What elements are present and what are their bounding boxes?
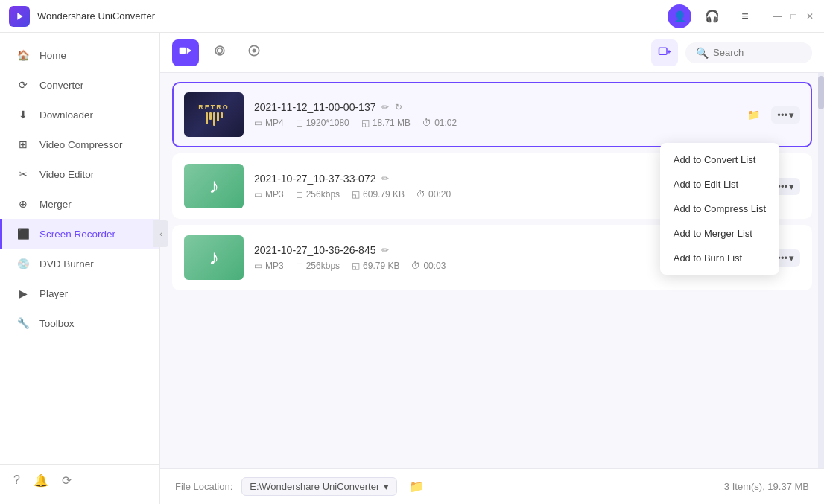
file-type: ▭ MP4 bbox=[254, 118, 284, 128]
dvd-icon: 💿 bbox=[16, 256, 31, 271]
support-button[interactable]: 🎧 bbox=[700, 4, 724, 28]
footer: File Location: E:\Wondershare UniConvert… bbox=[160, 468, 824, 504]
sidebar-item-screen-recorder[interactable]: ⬛ Screen Recorder ‹ bbox=[0, 219, 159, 249]
sidebar-item-label: Downloader bbox=[39, 109, 93, 121]
sidebar-item-label: Home bbox=[39, 50, 66, 61]
svg-rect-0 bbox=[180, 48, 186, 54]
file-type: ▭ MP3 bbox=[254, 261, 284, 271]
file-info: 2021-11-12_11-00-00-137 ✏ ↻ ▭ MP4 ◻ 1920… bbox=[254, 101, 741, 128]
search-box[interactable]: 🔍 bbox=[685, 42, 812, 63]
svg-point-5 bbox=[253, 49, 256, 53]
file-duration: ⏱ 01:02 bbox=[422, 118, 457, 128]
chevron-down-icon: ▾ bbox=[789, 181, 794, 192]
speaker-icon bbox=[247, 43, 262, 62]
sidebar-item-dvd-burner[interactable]: 💿 DVD Burner bbox=[0, 249, 159, 278]
add-to-burn-list[interactable]: Add to Burn List bbox=[660, 246, 779, 270]
file-path-text: E:\Wondershare UniConverter bbox=[250, 481, 379, 492]
sidebar-item-home[interactable]: 🏠 Home bbox=[0, 40, 159, 70]
maximize-button[interactable]: □ bbox=[788, 11, 799, 22]
add-files-button[interactable] bbox=[651, 39, 678, 66]
video-preview: RETRO bbox=[184, 92, 244, 137]
edit-name-icon[interactable]: ✏ bbox=[381, 173, 389, 184]
svg-rect-6 bbox=[659, 48, 668, 54]
record-icon bbox=[178, 43, 193, 62]
sidebar-item-label: DVD Burner bbox=[39, 258, 94, 269]
resolution-icon: ◻ bbox=[296, 118, 303, 128]
type-icon: ▭ bbox=[254, 118, 262, 128]
file-name: 2021-11-12_11-00-00-137 ✏ ↻ bbox=[254, 101, 741, 113]
file-size: ◱ 69.79 KB bbox=[352, 261, 399, 271]
sidebar-item-label: Converter bbox=[39, 80, 83, 91]
add-to-convert-list[interactable]: Add to Convert List bbox=[660, 147, 779, 172]
svg-point-2 bbox=[218, 48, 223, 54]
duration-icon: ⏱ bbox=[411, 261, 420, 271]
sidebar-item-toolbox[interactable]: 🔧 Toolbox bbox=[0, 308, 159, 338]
sidebar-item-video-editor[interactable]: ✂ Video Editor bbox=[0, 159, 159, 189]
sidebar-item-player[interactable]: ▶ Player bbox=[0, 278, 159, 308]
size-icon: ◱ bbox=[352, 261, 360, 271]
sidebar-item-converter[interactable]: ⟳ Converter bbox=[0, 70, 159, 100]
titlebar: Wondershare UniConverter 👤 🎧 ≡ — □ ✕ bbox=[0, 0, 824, 33]
search-icon: 🔍 bbox=[696, 47, 709, 59]
file-resolution: ◻ 256kbps bbox=[296, 189, 340, 200]
edit-name-icon[interactable]: ✏ bbox=[381, 102, 389, 112]
resolution-icon: ◻ bbox=[296, 189, 303, 200]
add-to-merger-list[interactable]: Add to Merger List bbox=[660, 221, 779, 246]
tab-camera[interactable] bbox=[206, 39, 233, 66]
sidebar-item-label: Merger bbox=[39, 199, 72, 210]
feedback-button[interactable]: ⟳ bbox=[62, 473, 72, 488]
scrollbar[interactable] bbox=[818, 73, 824, 468]
sidebar-item-label: Toolbox bbox=[39, 318, 75, 329]
close-button[interactable]: ✕ bbox=[805, 11, 815, 22]
file-actions: 📁 ••• ▾ bbox=[741, 103, 800, 127]
editor-icon: ✂ bbox=[16, 167, 31, 182]
main-layout: 🏠 Home ⟳ Converter ⬇ Downloader ⊞ Video … bbox=[0, 33, 824, 504]
duration-icon: ⏱ bbox=[422, 118, 431, 128]
app-logo bbox=[9, 6, 30, 27]
sidebar-item-merger[interactable]: ⊕ Merger bbox=[0, 189, 159, 219]
titlebar-controls: 👤 🎧 ≡ — □ ✕ bbox=[668, 4, 815, 28]
collapse-button[interactable]: ‹ bbox=[153, 220, 168, 247]
sidebar-item-label: Video Editor bbox=[39, 169, 94, 180]
file-size: ◱ 18.71 MB bbox=[361, 118, 411, 128]
sidebar-footer: ? 🔔 ⟳ bbox=[0, 464, 159, 497]
sidebar-item-downloader[interactable]: ⬇ Downloader bbox=[0, 100, 159, 130]
notifications-button[interactable]: 🔔 bbox=[34, 473, 48, 488]
menu-button[interactable]: ≡ bbox=[733, 4, 757, 28]
tab-record[interactable] bbox=[172, 39, 199, 66]
file-path-selector[interactable]: E:\Wondershare UniConverter ▾ bbox=[241, 477, 397, 496]
file-thumbnail: RETRO bbox=[184, 92, 244, 137]
resolution-icon: ◻ bbox=[296, 261, 303, 271]
home-icon: 🏠 bbox=[16, 48, 31, 63]
camera-icon bbox=[212, 43, 227, 62]
file-meta: ▭ MP4 ◻ 1920*1080 ◱ 18.71 MB ⏱ bbox=[254, 118, 741, 128]
chevron-down-icon: ▾ bbox=[789, 109, 794, 121]
app-title: Wondershare UniConverter bbox=[37, 10, 668, 22]
rotate-icon[interactable]: ↻ bbox=[395, 102, 402, 112]
content-area: 🔍 RETRO bbox=[160, 33, 824, 504]
open-folder-button[interactable]: 📁 bbox=[406, 476, 427, 497]
open-folder-button[interactable]: 📁 bbox=[741, 103, 765, 127]
add-to-edit-list[interactable]: Add to Edit List bbox=[660, 172, 779, 197]
file-duration: ⏱ 00:03 bbox=[411, 261, 446, 271]
help-button[interactable]: ? bbox=[13, 473, 20, 488]
converter-icon: ⟳ bbox=[16, 77, 31, 92]
tab-speaker[interactable] bbox=[241, 39, 267, 66]
edit-name-icon[interactable]: ✏ bbox=[381, 245, 389, 255]
user-button[interactable]: 👤 bbox=[668, 4, 691, 28]
type-icon: ▭ bbox=[254, 261, 262, 271]
recorder-icon: ⬛ bbox=[16, 226, 31, 241]
scrollbar-thumb[interactable] bbox=[818, 76, 824, 109]
item-count: 3 Item(s), 19.37 MB bbox=[724, 481, 809, 492]
more-options-button[interactable]: ••• ▾ bbox=[771, 106, 800, 124]
add-to-compress-list[interactable]: Add to Compress List bbox=[660, 197, 779, 221]
more-dots: ••• bbox=[777, 109, 787, 121]
search-input[interactable] bbox=[713, 47, 802, 58]
minimize-button[interactable]: — bbox=[772, 11, 782, 22]
file-thumbnail: ♪ bbox=[184, 164, 244, 208]
toolbox-icon: 🔧 bbox=[16, 316, 31, 331]
window-controls: — □ ✕ bbox=[772, 11, 815, 22]
sidebar-item-video-compressor[interactable]: ⊞ Video Compressor bbox=[0, 130, 159, 159]
file-item[interactable]: RETRO 2021-11-12_11-00-00-137 ✏ ↻ bbox=[172, 82, 812, 147]
sidebar: 🏠 Home ⟳ Converter ⬇ Downloader ⊞ Video … bbox=[0, 33, 160, 504]
